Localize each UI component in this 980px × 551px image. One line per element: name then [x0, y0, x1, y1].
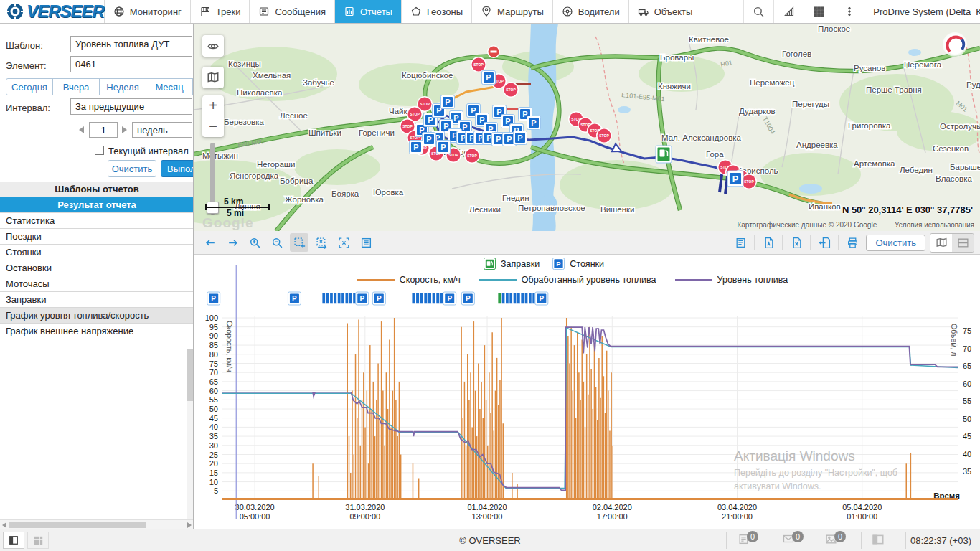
map-canvas[interactable]: Н01Т1004E101-E95-M01E40-M06M01КозинцыХме… — [194, 24, 980, 231]
fit-screen-button[interactable] — [334, 233, 353, 252]
period-button-3[interactable]: Месяц — [146, 78, 193, 95]
report-list-item[interactable]: График внешнее напряжение — [0, 324, 194, 339]
nav-item-objects[interactable]: Объекты — [629, 0, 744, 23]
image-notifications[interactable]: 0 — [825, 533, 846, 545]
chart-clear-button[interactable]: Очистить — [866, 235, 925, 251]
pan-left-button[interactable] — [201, 233, 220, 252]
clear-button[interactable]: Очистить — [108, 160, 156, 177]
terms-link[interactable]: Условия использования — [895, 221, 974, 229]
nav-tools — [743, 0, 864, 23]
svg-text:10: 10 — [209, 478, 218, 486]
overseer-logo[interactable]: VERSEER — [0, 0, 105, 23]
current-interval-checkbox[interactable] — [95, 146, 104, 155]
legend-list-button[interactable] — [357, 233, 375, 252]
map-stop-marker[interactable]: STOP — [596, 128, 612, 143]
search-button[interactable] — [743, 0, 773, 23]
map-layers-button[interactable] — [202, 67, 224, 88]
zoom-out-button[interactable] — [268, 233, 286, 252]
scroll-right-arrow[interactable] — [187, 522, 192, 528]
map-stop-marker[interactable]: STOP — [471, 57, 486, 72]
interval-unit-select[interactable]: недель — [132, 122, 192, 138]
report-list-item[interactable]: Моточасы — [0, 276, 194, 292]
map-parking-marker[interactable]: P — [441, 95, 455, 109]
pan-right-button[interactable] — [223, 233, 242, 252]
nav-item-reports[interactable]: Отчеты — [335, 0, 402, 23]
interval-decrease-arrow[interactable] — [79, 126, 84, 133]
nav-item-geozones[interactable]: Геозоны — [402, 0, 472, 23]
report-list-item[interactable]: График уровня топлива/скорость — [0, 308, 194, 324]
parking-marker[interactable]: P — [443, 292, 456, 305]
map-parking-marker[interactable]: P — [482, 71, 496, 85]
report-list-item[interactable]: Стоянки — [0, 245, 194, 260]
zoom-x-button[interactable] — [312, 233, 331, 252]
nav-item-drivers[interactable]: Водители — [553, 0, 629, 23]
scrollbar-thumb[interactable] — [187, 349, 193, 401]
chart-body[interactable]: 1009590858075706560555045403530252015105… — [194, 255, 980, 529]
zoom-select-button[interactable] — [290, 233, 308, 252]
parking-marker[interactable]: P — [372, 292, 385, 305]
map-parking-marker[interactable]: P — [437, 141, 451, 154]
interval-select[interactable] — [70, 98, 192, 115]
zoom-out-button[interactable]: − — [202, 116, 224, 137]
nav-item-monitoring[interactable]: Мониторинг — [105, 0, 191, 23]
panel-layout-button[interactable] — [872, 533, 885, 546]
report-list-item[interactable]: Статистика — [0, 213, 194, 229]
svg-text:P: P — [557, 260, 561, 268]
doc-notifications[interactable]: 0 — [738, 533, 758, 545]
legend-markers: ЗаправкиPСтоянки — [194, 258, 980, 270]
zoom-in-button[interactable] — [245, 233, 264, 252]
report-list-item[interactable]: Поездки — [0, 229, 194, 245]
map-parking-marker[interactable]: P — [514, 131, 527, 145]
parking-marker[interactable]: P — [288, 292, 301, 305]
report-list-item[interactable]: Шаблоны отчетов — [0, 182, 194, 197]
report-view-button[interactable] — [731, 233, 750, 252]
map-parking-marker[interactable]: P — [423, 133, 436, 146]
map-parking-marker[interactable]: P — [410, 141, 423, 154]
print-button[interactable] — [843, 233, 862, 252]
nav-item-tracks[interactable]: Треки — [191, 0, 250, 23]
map-parking-marker[interactable]: P — [527, 116, 541, 130]
map-stop-marker[interactable]: STOP — [503, 82, 519, 98]
map-panel[interactable]: Н01Т1004E101-E95-M01E40-M06M01КозинцыХме… — [194, 24, 980, 231]
scrollbar-thumb[interactable] — [9, 522, 146, 528]
map-view-button[interactable] — [930, 234, 952, 252]
scroll-left-arrow[interactable] — [2, 522, 6, 528]
map-svg[interactable]: Н01Т1004E101-E95-M01E40-M06M01КозинцыХме… — [194, 24, 980, 231]
no-entry-marker[interactable] — [487, 45, 500, 58]
interval-increase-arrow[interactable] — [122, 126, 127, 133]
period-button-0[interactable]: Сегодня — [6, 78, 53, 95]
apps-button[interactable] — [804, 0, 834, 23]
parking-marker[interactable]: P — [207, 292, 220, 305]
nav-item-routes[interactable]: Маршруты — [472, 0, 553, 23]
mail-notifications[interactable]: 0 — [782, 533, 804, 545]
chart-svg[interactable]: 1009590858075706560555045403530252015105… — [194, 255, 980, 529]
report-list-item[interactable]: Заправки — [0, 292, 194, 308]
sidebar-vertical-scrollbar[interactable] — [187, 349, 193, 519]
export-button[interactable] — [815, 233, 834, 252]
pdf-button[interactable] — [759, 233, 778, 252]
map-stop-marker[interactable]: STOP — [464, 148, 480, 164]
element-input[interactable] — [70, 56, 192, 72]
period-button-2[interactable]: Неделя — [99, 78, 146, 95]
fuel-station-marker[interactable] — [656, 146, 672, 163]
nav-item-messages[interactable]: Сообщения — [250, 0, 335, 23]
report-list-item[interactable]: Остановки — [0, 260, 194, 276]
map-visibility-button[interactable] — [202, 35, 224, 57]
map-town-label: Гнедин — [502, 194, 529, 202]
zoom-in-button[interactable]: + — [202, 95, 224, 116]
excel-button[interactable] — [787, 233, 806, 252]
run-button[interactable]: Выполнить — [161, 160, 194, 177]
sidebar-horizontal-scrollbar[interactable] — [0, 519, 194, 529]
map-parking-marker[interactable]: P — [727, 171, 743, 187]
more-button[interactable] — [834, 0, 864, 23]
parking-marker[interactable]: P — [535, 292, 548, 305]
measure-button[interactable] — [773, 0, 804, 23]
split-view-button[interactable] — [952, 234, 974, 252]
period-button-1[interactable]: Вчера — [52, 78, 100, 95]
report-list-item[interactable]: Результат отчета — [0, 197, 194, 213]
interval-count-input[interactable] — [89, 122, 118, 138]
parking-marker[interactable]: P — [461, 292, 474, 305]
template-input[interactable] — [70, 36, 192, 52]
parking-marker[interactable]: P — [356, 292, 369, 305]
account-menu[interactable]: ProDrive System (Delta_Kiev) — [864, 0, 980, 23]
